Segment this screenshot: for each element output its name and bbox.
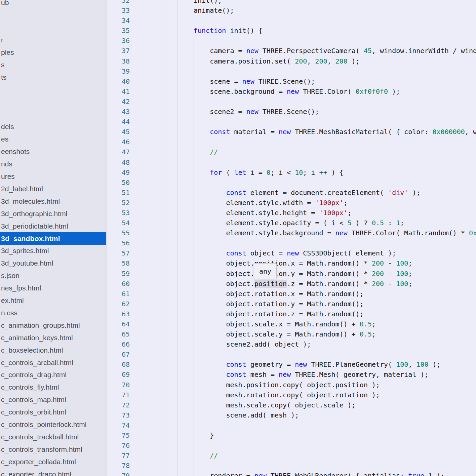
code-line[interactable]: [129, 420, 476, 430]
line-number[interactable]: 32: [107, 0, 130, 5]
file-item[interactable]: c_boxselection.html: [0, 344, 106, 356]
file-item[interactable]: ub: [0, 0, 106, 9]
file-item[interactable]: n.css: [0, 307, 106, 319]
code-line[interactable]: [129, 157, 476, 167]
line-number[interactable]: 53: [107, 208, 130, 218]
file-item[interactable]: c_controls_orbit.html: [0, 406, 106, 419]
line-number[interactable]: 69: [107, 369, 130, 380]
code-line[interactable]: object.position.z = Math.random() * 200 …: [129, 279, 476, 289]
line-number[interactable]: 36: [107, 36, 130, 46]
line-number[interactable]: 44: [107, 117, 130, 127]
line-number[interactable]: 57: [107, 248, 130, 258]
code-line[interactable]: for ( let i = 0; i < 10; i ++ ) {: [129, 167, 476, 177]
code-line[interactable]: object.scale.y = Math.random() + 0.5;: [129, 329, 476, 339]
file-item[interactable]: c_controls_transform.html: [0, 443, 106, 455]
code-line[interactable]: [129, 137, 476, 147]
line-number[interactable]: 73: [107, 410, 130, 420]
code-line[interactable]: [129, 117, 476, 127]
code-line[interactable]: object.scale.x = Math.random() + 0.5;: [129, 319, 476, 329]
file-item[interactable]: c_animation_groups.html: [0, 319, 106, 331]
file-item[interactable]: 3d_orthographic.html: [0, 207, 106, 220]
line-number[interactable]: 70: [107, 380, 130, 390]
code-line[interactable]: mesh.scale.copy( object.scale );: [129, 400, 476, 410]
line-number[interactable]: 39: [107, 66, 130, 76]
file-item[interactable]: c_animation_keys.html: [0, 331, 106, 344]
code-line[interactable]: scene2.add( object );: [129, 339, 476, 349]
line-number[interactable]: 79: [107, 471, 130, 476]
file-item[interactable]: 2d_label.html: [0, 183, 106, 195]
file-item[interactable]: c_controls_trackball.html: [0, 431, 106, 443]
code-line[interactable]: //: [129, 450, 476, 461]
line-number[interactable]: 72: [107, 400, 130, 410]
file-item[interactable]: eenshots: [0, 146, 106, 158]
file-item[interactable]: dels: [0, 121, 106, 133]
file-item[interactable]: ex.html: [0, 294, 106, 307]
code-line[interactable]: object.rotation.z = Math.random();: [129, 309, 476, 319]
line-number[interactable]: 63: [107, 309, 130, 319]
line-number[interactable]: 75: [107, 430, 130, 440]
line-number[interactable]: 55: [107, 228, 130, 238]
line-number[interactable]: 67: [107, 349, 130, 359]
file-item[interactable]: 3d_molecules.html: [0, 195, 106, 207]
file-item[interactable]: es: [0, 133, 106, 146]
line-number[interactable]: 61: [107, 289, 130, 299]
line-number[interactable]: 71: [107, 390, 130, 400]
file-item[interactable]: r: [0, 34, 106, 46]
code-line[interactable]: [129, 177, 476, 188]
file-item[interactable]: nds: [0, 158, 106, 170]
line-number[interactable]: 66: [107, 339, 130, 349]
line-number[interactable]: 74: [107, 420, 130, 430]
file-item[interactable]: c_controls_fly.html: [0, 381, 106, 394]
line-number[interactable]: 52: [107, 198, 130, 208]
file-item[interactable]: 3d_periodictable.html: [0, 220, 106, 232]
line-number[interactable]: 47: [107, 147, 130, 157]
file-item[interactable]: ures: [0, 170, 106, 183]
line-number[interactable]: 56: [107, 238, 130, 248]
code-line[interactable]: const object = new CSS3DObject( element …: [129, 248, 476, 258]
file-item[interactable]: c_exporter_collada.html: [0, 455, 106, 468]
file-item[interactable]: 3d_sprites.html: [0, 245, 106, 257]
code-line[interactable]: [129, 349, 476, 359]
code-line[interactable]: object.rotation.x = Math.random();: [129, 289, 476, 299]
line-number[interactable]: 34: [107, 15, 130, 26]
code-line[interactable]: [129, 461, 476, 471]
file-item[interactable]: c_controls_arcball.html: [0, 356, 106, 369]
line-number[interactable]: 60: [107, 279, 130, 289]
code-line[interactable]: [129, 15, 476, 26]
code-line[interactable]: object.position.y = Math.random() * 200 …: [129, 269, 476, 279]
line-number[interactable]: 49: [107, 167, 130, 177]
code-line[interactable]: const mesh = new THREE.Mesh( geometry, m…: [129, 369, 476, 380]
line-number[interactable]: 65: [107, 329, 130, 339]
line-number[interactable]: 40: [107, 76, 130, 86]
file-item[interactable]: ples: [0, 46, 106, 59]
file-item[interactable]: nes_fps.html: [0, 282, 106, 294]
line-number[interactable]: 42: [107, 96, 130, 107]
line-number[interactable]: 46: [107, 137, 130, 147]
code-line[interactable]: [129, 96, 476, 107]
line-number[interactable]: 41: [107, 86, 130, 96]
line-number[interactable]: 35: [107, 26, 130, 36]
line-number[interactable]: 54: [107, 218, 130, 228]
file-item[interactable]: c_exporter_draco.html: [0, 468, 106, 476]
code-line[interactable]: camera = new THREE.PerspectiveCamera( 45…: [129, 46, 476, 56]
line-number[interactable]: 78: [107, 461, 130, 471]
line-number[interactable]: 38: [107, 56, 130, 66]
line-number[interactable]: 51: [107, 188, 130, 198]
line-number[interactable]: 58: [107, 258, 130, 268]
file-item[interactable]: c_controls_map.html: [0, 394, 106, 406]
code-line[interactable]: [129, 440, 476, 450]
code-line[interactable]: //: [129, 147, 476, 157]
file-item[interactable]: c_controls_pointerlock.html: [0, 419, 106, 431]
code-line[interactable]: element.style.height = '100px';: [129, 208, 476, 218]
code-line[interactable]: }: [129, 430, 476, 440]
code-line[interactable]: [129, 36, 476, 46]
code-line[interactable]: const element = document.createElement( …: [129, 188, 476, 198]
code-line[interactable]: scene.background = new THREE.Color( 0xf0…: [129, 86, 476, 96]
code-line[interactable]: [129, 66, 476, 76]
line-number[interactable]: 64: [107, 319, 130, 329]
code-line[interactable]: camera.position.set( 200, 200, 200 );: [129, 56, 476, 66]
line-number[interactable]: 50: [107, 177, 130, 188]
code-line[interactable]: object.position.x = Math.random() * 200 …: [129, 258, 476, 268]
code-line[interactable]: object.rotation.y = Math.random();: [129, 299, 476, 309]
line-number[interactable]: 33: [107, 5, 130, 15]
